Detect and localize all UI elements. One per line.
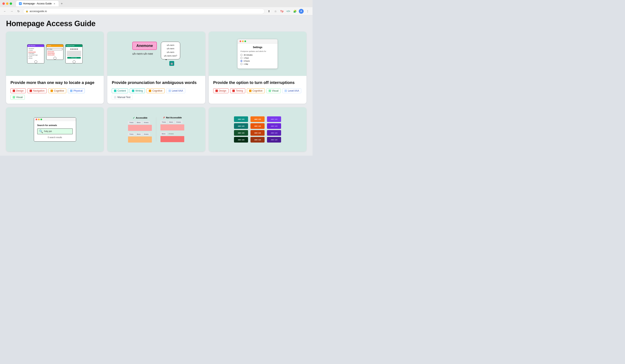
profile-avatar[interactable]: A (299, 9, 304, 14)
bookmark-icon[interactable]: ☆ (273, 9, 278, 14)
cards-grid: Site directory • Breakfast • Crepes • Fr… (6, 31, 307, 152)
menu-item-pancakes: • Pancakes (28, 53, 43, 54)
tab-content-4 (160, 136, 185, 142)
tab-bar: H Homepage - Access Guide ✕ + (16, 1, 64, 6)
accessible-tabs-group-1: Trees Bees Knees (128, 121, 152, 131)
tab-trees-3[interactable]: Trees (160, 121, 167, 124)
tag-visual-3-dot (269, 90, 271, 92)
tag-timing[interactable]: Timing (230, 88, 245, 93)
tab-trees-2[interactable]: Trees (128, 133, 135, 136)
featured-image (67, 51, 81, 56)
color-block-orange-3: ABC 123 (250, 130, 265, 136)
tag-visual-dot (13, 96, 15, 98)
address-bar[interactable]: 🔒 accessguide.io (23, 8, 265, 14)
close-button[interactable] (2, 2, 5, 5)
tab-trees-1[interactable]: Trees (128, 121, 135, 124)
ext-code-icon[interactable]: </> (286, 9, 291, 14)
tab-bees-1[interactable]: Bees (135, 121, 142, 124)
search-win-header (34, 118, 76, 121)
tag-design[interactable]: Design (10, 88, 26, 93)
traffic-lights (2, 2, 12, 5)
search-body: 🔍 Fren| French toast French beans French… (47, 47, 63, 56)
radio-1day[interactable]: 1 day (240, 63, 275, 65)
forward-button[interactable]: → (9, 9, 14, 14)
tag-writing-dot (132, 90, 134, 92)
tab-close-button[interactable]: ✕ (53, 2, 56, 5)
divider (156, 117, 156, 142)
tab-knees-1[interactable]: Knees (143, 121, 150, 124)
card-tab-order: ✓ Accessible Trees Bees Knees (107, 107, 205, 152)
back-button[interactable]: ← (2, 9, 7, 14)
featured-link: French toast (67, 57, 81, 59)
tag-cognitive-label: Cognitive (54, 90, 64, 92)
card-2-tags: Content Writing Cognitive Level AAA (112, 88, 201, 100)
search-input-box[interactable]: 🔍 Felly jish (37, 128, 73, 134)
settings-title: Settings (240, 46, 275, 49)
x-icon: ✗ (163, 116, 165, 119)
search-win-title: Search for animals (37, 124, 73, 126)
result-french-snails: French snails (47, 54, 62, 55)
color-block-teal-3: ABC 123 (234, 130, 248, 136)
tag-visual-3[interactable]: Visual (266, 88, 281, 93)
tab-content-3 (160, 124, 185, 131)
tab-bees-4[interactable]: Bees (160, 132, 167, 135)
search-screen: Search 🔍 Fren| French toast French beans… (46, 44, 63, 60)
active-tab[interactable]: H Homepage - Access Guide ✕ (16, 1, 59, 6)
radio-30min[interactable]: 30 minutes (240, 54, 275, 56)
menu-item-dinner: • Dinner (28, 57, 43, 59)
page-content: Homepage Access Guide Site directory • B… (0, 15, 312, 156)
search-field: 🔍 Fren| (47, 48, 62, 50)
tag-cognitive-3[interactable]: Cognitive (247, 88, 265, 93)
color-block-orange-4: ABC 123 (250, 137, 265, 143)
not-accessible-tabs-group-2: Bees • Knees (160, 132, 185, 142)
tag-navigation[interactable]: Navigation (27, 88, 47, 93)
tag-physical[interactable]: Physical (68, 88, 85, 93)
tag-level-aaa-3-dot (284, 90, 287, 92)
tag-content[interactable]: Content (112, 88, 128, 93)
accessible-col: ✓ Accessible Trees Bees Knees (128, 116, 152, 143)
tag-manual-test[interactable]: Manual Test (112, 95, 132, 100)
tag-level-aaa[interactable]: Level AAA (166, 88, 185, 93)
dot-4 (75, 49, 76, 50)
tag-design-dot (13, 90, 15, 92)
minimize-button[interactable] (6, 2, 8, 5)
tag-cognitive-2[interactable]: Cognitive (147, 88, 164, 93)
mini-search-icon: 🔍 (48, 49, 49, 50)
illus-search: Search for animals 🔍 Felly jish 0 search… (9, 117, 100, 142)
featured-foods-body: French toast (66, 47, 82, 60)
tab-knees-3[interactable]: Knees (175, 121, 183, 124)
color-block-orange-1: ABC 123 (250, 116, 265, 122)
card-5-illustration: ✓ Accessible Trees Bees Knees (107, 107, 205, 152)
site-directory-header: Site directory (27, 44, 44, 47)
menu-item-crepes: • Crepes (28, 49, 43, 51)
tag-design-3-label: Design (219, 90, 226, 92)
radio-circle-1day (240, 63, 242, 65)
extensions-icon[interactable]: 🧩 (292, 9, 297, 14)
maximize-button[interactable] (10, 2, 12, 5)
radio-6hr[interactable]: 6 hours (240, 60, 275, 62)
color-block-purple-4: ABC 123 (267, 137, 281, 143)
tag-level-aaa-3[interactable]: Level AAA (282, 88, 301, 93)
tag-visual[interactable]: Visual (10, 95, 25, 100)
site-directory-body: • Breakfast • Crepes • French toast • Pa… (27, 47, 44, 60)
tag-writing[interactable]: Writing (130, 88, 145, 93)
color-col-orange: ABC 123 ABC 123 ABC 123 ABC 123 (250, 116, 265, 143)
tab-knees-2[interactable]: Knees (143, 133, 150, 136)
tag-design-3[interactable]: Design (213, 88, 228, 93)
new-tab-button[interactable]: + (59, 1, 64, 6)
radio-1hr[interactable]: 1 hour (240, 57, 275, 59)
result-french-toast: French toast (47, 51, 62, 52)
ext-tp-icon[interactable]: Tp (280, 9, 284, 14)
featured-foods-screen: Featured foods French toast (65, 44, 83, 63)
share-icon[interactable]: ⬆ (267, 9, 271, 14)
tab-bees-3[interactable]: Bees (168, 121, 174, 124)
tab-bees-2[interactable]: Bees (135, 133, 142, 136)
not-accessible-tabs-row-2: Bees • Knees (160, 132, 185, 135)
settings-subtitle: Postpone updates and alerts for (240, 50, 275, 52)
tag-visual-3-label: Visual (272, 90, 279, 92)
tag-cognitive[interactable]: Cognitive (48, 88, 66, 93)
menu-icon[interactable]: ⋮ (305, 9, 310, 14)
tag-cognitive-2-label: Cognitive (152, 90, 162, 92)
card-1-body: Provide more than one way to locate a pa… (6, 76, 104, 104)
refresh-button[interactable]: ↻ (16, 9, 21, 14)
